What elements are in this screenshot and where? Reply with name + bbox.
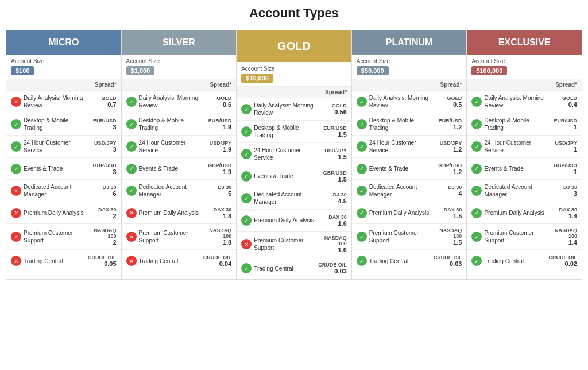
- micro-spread-val-5: 2: [113, 213, 116, 219]
- exclusive-instrument-1: EUR/USD: [554, 118, 577, 124]
- micro-feat-spread-2: USD/JPY3: [88, 140, 117, 153]
- platinum-feat-name-5: Premium Daily Analysis: [369, 209, 429, 217]
- col-micro: MICROAccount Size$100Spread*✕Daily Analy…: [6, 30, 122, 279]
- gold-spread-val-3: 1.5: [338, 176, 346, 183]
- micro-instrument-1: EUR/USD: [93, 118, 117, 124]
- check-icon: ✓: [11, 164, 21, 174]
- platinum-header: PLATINUM: [352, 30, 467, 55]
- silver-instrument-1: EUR/USD: [208, 118, 232, 124]
- exclusive-feature-row-6: ✓Premium Customer SupportNASDAQ 1001.4: [467, 224, 582, 250]
- exclusive-feat-spread-6: NASDAQ 1001.4: [548, 228, 577, 246]
- gold-instrument-2: USD/JPY: [324, 148, 347, 153]
- exclusive-feat-name-7: Trading Central: [484, 257, 524, 265]
- silver-feat-left-4: ✓Dedicated Account Manager: [126, 183, 203, 198]
- gold-feature-row-1: ✓Desktop & Mobile TradingEUR/USD1.5: [237, 121, 351, 143]
- silver-feat-left-2: ✓24 Hour Customer Service: [126, 139, 203, 154]
- exclusive-feat-name-3: Events & Trade: [484, 165, 523, 172]
- gold-feat-left-5: ✓Premium Daily Analysis: [241, 215, 318, 226]
- exclusive-feat-spread-3: GBP/USD1: [548, 163, 577, 175]
- platinum-feat-spread-5: DAX 301.5: [433, 207, 462, 219]
- silver-spread-val-6: 1.8: [223, 239, 231, 246]
- exclusive-feat-spread-0: GOLD0.4: [548, 95, 577, 108]
- platinum-instrument-5: DAX 30: [444, 207, 462, 213]
- silver-instrument-0: GOLD: [216, 95, 231, 101]
- silver-feat-left-6: ✕Premium Customer Support: [126, 229, 203, 244]
- page-title: Account Types: [6, 6, 582, 21]
- exclusive-feature-row-1: ✓Desktop & Mobile TradingEUR/USD1: [467, 113, 582, 136]
- check-icon: ✓: [126, 164, 137, 174]
- micro-spread-val-4: 6: [113, 190, 116, 197]
- gold-instrument-3: GBP/USD: [323, 170, 347, 176]
- silver-feature-row-7: ✕Trading CentralCRUDE OIL0.04: [122, 250, 237, 272]
- platinum-feat-left-3: ✓Events & Trade: [357, 164, 434, 174]
- gold-spread-val-2: 1.5: [338, 153, 346, 160]
- exclusive-spread-val-6: 1.4: [568, 239, 577, 246]
- check-icon: ✓: [357, 232, 367, 242]
- micro-spread-val-3: 3: [113, 168, 116, 175]
- silver-sh-right: Spread*: [203, 82, 231, 88]
- gold-instrument-1: EUR/USD: [323, 125, 347, 131]
- platinum-spread-val-6: 1.5: [453, 239, 462, 246]
- check-icon: ✓: [241, 215, 252, 226]
- micro-feat-name-7: Trading Central: [24, 257, 63, 265]
- platinum-spread-val-7: 0.03: [450, 260, 462, 267]
- silver-spread-val-1: 1.9: [223, 124, 231, 130]
- platinum-instrument-6: NASDAQ 100: [433, 228, 462, 239]
- micro-feat-left-5: ✕Premium Daily Analysis: [11, 208, 88, 218]
- col-platinum: PLATINUMAccount Size$50,000Spread*✓Daily…: [352, 30, 467, 279]
- gold-spread-val-1: 1.5: [338, 131, 346, 138]
- micro-feat-name-3: Events & Trade: [24, 165, 63, 172]
- check-icon: ✓: [357, 256, 367, 266]
- gold-feat-spread-5: DAX 301.6: [318, 214, 347, 227]
- exclusive-spread-val-5: 1.4: [568, 213, 577, 219]
- exclusive-instrument-2: USD/JPY: [555, 140, 577, 146]
- platinum-account-size-row: Account Size$50,000: [352, 55, 467, 79]
- gold-header: GOLD: [237, 30, 351, 62]
- exclusive-header: EXCLUSIVE: [467, 30, 582, 55]
- silver-spread-val-2: 1.9: [223, 146, 231, 153]
- silver-spread-val-5: 1.8: [223, 213, 231, 219]
- cross-icon: ✕: [126, 208, 137, 218]
- silver-feat-name-3: Events & Trade: [139, 165, 178, 172]
- exclusive-instrument-3: GBP/USD: [554, 163, 577, 168]
- gold-feature-row-7: ✓Trading CentralCRUDE OIL0.03: [237, 257, 351, 279]
- gold-feat-name-6: Premium Customer Support: [254, 237, 318, 252]
- platinum-feat-left-4: ✓Dedicated Account Manager: [357, 183, 434, 198]
- micro-instrument-5: DAX 30: [98, 207, 117, 213]
- silver-instrument-3: GBP/USD: [208, 163, 231, 168]
- exclusive-feature-row-3: ✓Events & TradeGBP/USD1: [467, 158, 582, 180]
- silver-feat-spread-7: CRUDE OIL0.04: [203, 255, 231, 267]
- check-icon: ✓: [357, 164, 367, 174]
- exclusive-feat-left-6: ✓Premium Customer Support: [471, 229, 548, 244]
- check-icon: ✓: [126, 186, 137, 196]
- exclusive-feat-left-7: ✓Trading Central: [471, 256, 548, 266]
- silver-sub-header: Spread*: [122, 79, 237, 91]
- gold-sh-right: Spread*: [318, 89, 347, 95]
- micro-feat-spread-7: CRUDE OIL0.05: [88, 255, 117, 267]
- silver-feat-name-6: Premium Customer Support: [139, 229, 203, 244]
- check-icon: ✓: [11, 141, 21, 152]
- gold-feat-left-6: ✕Premium Customer Support: [241, 237, 318, 252]
- micro-instrument-0: GOLD: [102, 95, 117, 101]
- platinum-instrument-3: GBP/USD: [438, 163, 462, 168]
- gold-feat-spread-1: EUR/USD1.5: [318, 125, 347, 138]
- gold-feat-name-1: Desktop & Mobile Trading: [254, 124, 318, 139]
- platinum-feature-row-1: ✓Desktop & Mobile TradingEUR/USD1.2: [352, 113, 467, 136]
- platinum-feat-name-2: 24 Hour Customer Service: [369, 139, 434, 154]
- check-icon: ✓: [357, 186, 367, 196]
- platinum-spread-val-1: 1.2: [453, 124, 462, 130]
- check-icon: ✓: [241, 104, 252, 114]
- platinum-spread-val-5: 1.5: [453, 213, 462, 219]
- exclusive-instrument-7: CRUDE OIL: [548, 255, 577, 260]
- micro-feat-left-3: ✓Events & Trade: [11, 164, 88, 174]
- micro-feat-left-4: ✕Dedicated Account Manager: [11, 183, 88, 198]
- exclusive-feat-spread-2: USD/JPY1: [548, 140, 577, 153]
- micro-feature-row-6: ✕Premium Customer SupportNASDAQ 1002: [6, 224, 121, 250]
- silver-feat-spread-4: DJ 305: [203, 184, 231, 197]
- platinum-spread-val-0: 0.5: [453, 101, 462, 108]
- exclusive-feat-name-2: 24 Hour Customer Service: [484, 139, 548, 154]
- micro-feature-row-1: ✓Desktop & Mobile TradingEUR/USD3: [6, 113, 121, 136]
- gold-instrument-0: GOLD: [332, 103, 347, 109]
- check-icon: ✓: [241, 126, 252, 137]
- platinum-feat-left-6: ✓Premium Customer Support: [357, 229, 434, 244]
